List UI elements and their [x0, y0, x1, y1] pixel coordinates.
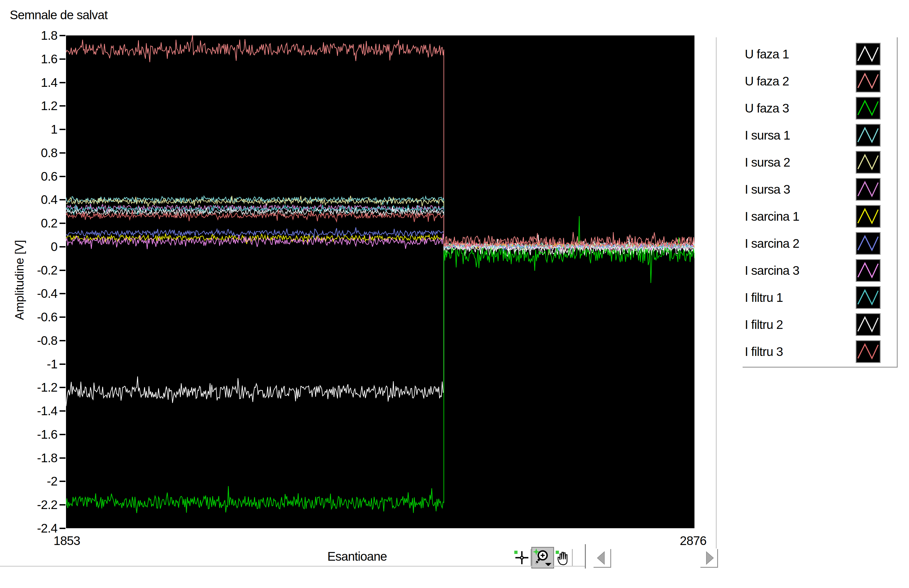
legend-label: I sarcina 1	[745, 209, 799, 224]
y-tick-mark	[60, 223, 65, 224]
legend-right-border	[897, 37, 898, 367]
legend-swatch[interactable]	[856, 286, 881, 309]
plot-area[interactable]	[66, 36, 694, 528]
zigzag-line-icon	[857, 71, 880, 92]
zigzag-line-icon	[857, 44, 880, 65]
y-tick-mark	[60, 317, 65, 318]
zigzag-line-icon	[857, 314, 880, 335]
trace-U-faza-2	[66, 36, 694, 255]
bottom-separator-line	[0, 566, 585, 567]
legend-label: I sursa 2	[745, 155, 790, 170]
cursor-tool-button[interactable]	[513, 549, 531, 567]
y-tick-mark	[60, 434, 65, 435]
y-tick-label: 1.8	[10, 28, 57, 43]
y-tick-label: -1	[10, 357, 57, 372]
zigzag-line-icon	[857, 125, 880, 146]
graph-frame-right-edge	[716, 37, 717, 549]
y-tick-label: -0.2	[10, 263, 57, 278]
legend-swatch[interactable]	[856, 259, 881, 282]
legend-label: I sarcina 3	[745, 263, 799, 278]
triangle-right-icon	[700, 549, 717, 567]
legend-label: I sursa 3	[745, 182, 790, 197]
trace-U-faza-3	[66, 216, 694, 513]
y-tick-label: -1.4	[10, 404, 57, 418]
x-scroll-left-button[interactable]	[594, 549, 611, 568]
legend-bottom-border	[742, 367, 898, 368]
triangle-left-icon	[594, 549, 610, 567]
y-tick-mark	[60, 481, 65, 482]
legend-label: U faza 1	[745, 47, 789, 62]
y-tick-mark	[60, 410, 65, 412]
waveform-traces	[66, 36, 694, 528]
legend-swatch[interactable]	[856, 313, 881, 336]
x-tick-min: 1853	[26, 533, 107, 548]
legend-label: I filtru 1	[745, 290, 783, 305]
zigzag-line-icon	[857, 233, 880, 254]
legend-label: I sursa 1	[745, 128, 790, 143]
y-tick-label: 1.2	[10, 99, 57, 113]
y-tick-mark	[60, 246, 65, 247]
y-tick-label: 1.6	[10, 52, 57, 66]
graph-title: Semnale de salvat	[10, 8, 107, 22]
y-tick-label: -0.6	[10, 310, 57, 324]
y-tick-label: 1.4	[10, 75, 57, 90]
legend-swatch[interactable]	[856, 178, 881, 201]
y-tick-label: 0.2	[10, 216, 57, 231]
y-tick-mark	[60, 176, 65, 177]
y-tick-mark	[60, 199, 65, 200]
zigzag-line-icon	[857, 179, 880, 200]
legend-swatch[interactable]	[856, 70, 881, 92]
legend-label: U faza 2	[745, 74, 789, 89]
y-tick-label: -0.8	[10, 333, 57, 348]
y-tick-mark	[60, 528, 65, 529]
zigzag-line-icon	[857, 206, 880, 227]
y-tick-mark	[60, 270, 65, 271]
y-tick-mark	[60, 293, 65, 294]
legend-label: I filtru 2	[745, 317, 783, 332]
legend-label: I filtru 3	[745, 344, 783, 359]
y-tick-label: -1.6	[10, 427, 57, 442]
y-tick-label: -0.4	[10, 286, 57, 301]
y-tick-mark	[60, 82, 65, 83]
legend-swatch[interactable]	[856, 205, 881, 228]
legend-label: U faza 3	[745, 101, 789, 116]
x-scroll-right-button[interactable]	[700, 549, 718, 568]
legend-swatch[interactable]	[856, 340, 881, 363]
legend-label: I sarcina 2	[745, 236, 799, 251]
legend-swatch[interactable]	[856, 124, 881, 147]
y-tick-label: 0.8	[10, 145, 57, 160]
y-tick-mark	[60, 457, 65, 459]
zigzag-line-icon	[857, 152, 880, 173]
toolbar-separator	[585, 544, 586, 569]
zigzag-line-icon	[857, 260, 880, 281]
y-tick-label: -2	[10, 474, 57, 488]
zoom-tool-button[interactable]	[531, 547, 554, 569]
legend-swatch[interactable]	[856, 97, 881, 120]
y-tick-mark	[60, 340, 65, 341]
y-tick-mark	[60, 58, 65, 60]
zigzag-line-icon	[857, 341, 880, 362]
y-tick-mark	[60, 129, 65, 130]
zigzag-line-icon	[857, 287, 880, 308]
magnifier-zoom-icon	[532, 548, 553, 568]
y-tick-label: 0.6	[10, 169, 57, 184]
y-tick-label: 1	[10, 122, 57, 137]
trace-U-faza-1	[66, 235, 694, 406]
legend-swatch[interactable]	[856, 151, 881, 174]
y-tick-mark	[60, 363, 65, 365]
y-tick-label: 0	[10, 239, 57, 254]
legend-swatch[interactable]	[856, 43, 881, 65]
y-tick-mark	[60, 35, 65, 36]
pan-tool-button[interactable]	[554, 549, 573, 567]
y-tick-label: -1.2	[10, 380, 57, 395]
legend-swatch[interactable]	[856, 232, 881, 255]
y-tick-label: 0.4	[10, 192, 57, 207]
x-axis-title: Esantioane	[317, 549, 398, 564]
y-tick-mark	[60, 387, 65, 388]
y-tick-mark	[60, 105, 65, 107]
y-tick-mark	[60, 504, 65, 506]
x-tick-max: 2876	[652, 533, 734, 548]
y-tick-label: -1.8	[10, 451, 57, 465]
y-tick-mark	[60, 152, 65, 153]
y-tick-label: -2.2	[10, 498, 57, 512]
